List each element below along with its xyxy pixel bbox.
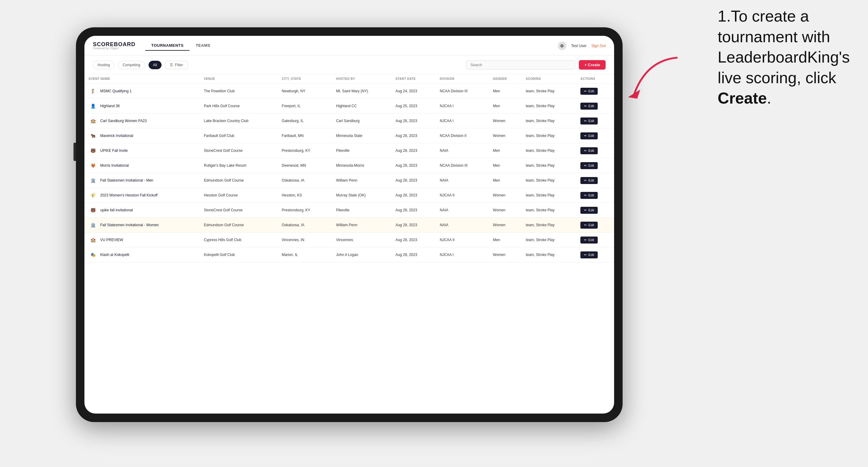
table-row: 🐻 upike fall invitational StoneCrest Gol… xyxy=(85,203,614,218)
edit-button[interactable]: ✏ Edit xyxy=(580,132,598,139)
nav-tabs: TOURNAMENTS TEAMS xyxy=(145,41,216,51)
col-start-date: START DATE xyxy=(391,74,436,84)
table-body: 🏌️ MSMC Qualifying 1 The Powelton Club N… xyxy=(85,84,614,262)
col-venue: VENUE xyxy=(199,74,277,84)
cell-venue: Edmundson Golf Course xyxy=(199,218,277,232)
cell-venue: Kokopelli Golf Club xyxy=(199,247,277,262)
cell-start-date: Aug 28, 2023 xyxy=(391,218,436,232)
cell-scoring: team, Stroke Play xyxy=(522,232,576,247)
team-icon: 🎭 xyxy=(89,250,97,259)
cell-actions: ✏ Edit xyxy=(576,128,614,143)
tab-teams[interactable]: TEAMS xyxy=(189,41,216,51)
cell-event-name: 🐻 upike fall invitational xyxy=(85,203,199,218)
event-name-text: 2023 Women's Hesston Fall Kickoff xyxy=(100,193,158,197)
cell-hosted-by: Murray State (OK) xyxy=(332,188,392,203)
cell-venue: Park Hills Golf Course xyxy=(199,99,277,114)
cell-hosted-by: Pikeville xyxy=(332,203,392,218)
cell-start-date: Aug 28, 2023 xyxy=(391,247,436,262)
cell-scoring: team, Stroke Play xyxy=(522,247,576,262)
sign-out-link[interactable]: Sign Out xyxy=(591,44,606,48)
create-button[interactable]: + Create xyxy=(579,60,606,69)
cell-scoring: team, Stroke Play xyxy=(522,128,576,143)
cell-actions: ✏ Edit xyxy=(576,143,614,158)
cell-hosted-by: John A Logan xyxy=(332,247,392,262)
app-header: SCOREBOARD Powered by Clippit TOURNAMENT… xyxy=(85,36,614,56)
cell-city-state: Galesburg, IL xyxy=(278,114,332,128)
tab-tournaments[interactable]: TOURNAMENTS xyxy=(145,41,189,51)
cell-scoring: team, Stroke Play xyxy=(522,158,576,173)
edit-button[interactable]: ✏ Edit xyxy=(580,222,598,229)
cell-venue: Faribault Golf Club xyxy=(199,128,277,143)
edit-button[interactable]: ✏ Edit xyxy=(580,147,598,154)
edit-button[interactable]: ✏ Edit xyxy=(580,192,598,199)
cell-actions: ✏ Edit xyxy=(576,158,614,173)
cell-venue: Hesston Golf Course xyxy=(199,188,277,203)
cell-start-date: Aug 28, 2023 xyxy=(391,143,436,158)
edit-icon: ✏ xyxy=(584,193,587,197)
cell-scoring: team, Stroke Play xyxy=(522,99,576,114)
edit-button[interactable]: ✏ Edit xyxy=(580,207,598,214)
col-gender: GENDER xyxy=(489,74,522,84)
edit-icon: ✏ xyxy=(584,179,587,183)
svg-marker-0 xyxy=(628,90,640,99)
cell-actions: ✏ Edit xyxy=(576,173,614,188)
team-icon: 🌾 xyxy=(89,191,97,199)
hosting-filter-btn[interactable]: Hosting xyxy=(93,61,115,69)
cell-gender: Women xyxy=(489,247,522,262)
cell-venue: StoneCrest Golf Course xyxy=(199,143,277,158)
table-row: 👤 Highland 36 Park Hills Golf Course Fre… xyxy=(85,99,614,114)
cell-hosted-by: Minnesota State xyxy=(332,128,392,143)
cell-division: NCAA Division III xyxy=(436,158,489,173)
event-name-text: VU PREVIEW xyxy=(100,238,123,242)
all-filter-btn[interactable]: All xyxy=(149,61,162,69)
cell-start-date: Aug 28, 2023 xyxy=(391,173,436,188)
cell-city-state: Hesston, KS xyxy=(278,188,332,203)
header-right: ⚙ Test User Sign Out xyxy=(558,41,606,50)
cell-actions: ✏ Edit xyxy=(576,247,614,262)
cell-actions: ✏ Edit xyxy=(576,188,614,203)
filter-icon-btn[interactable]: ☰ Filter xyxy=(165,61,188,69)
edit-button[interactable]: ✏ Edit xyxy=(580,88,598,95)
cell-hosted-by: William Penn xyxy=(332,173,392,188)
annotation-arrow xyxy=(622,55,683,103)
cell-venue: StoneCrest Golf Course xyxy=(199,203,277,218)
col-scoring: SCORING xyxy=(522,74,576,84)
cell-gender: Men xyxy=(489,232,522,247)
cell-city-state: Marion, IL xyxy=(278,247,332,262)
edit-button[interactable]: ✏ Edit xyxy=(580,251,598,258)
event-name-text: Carl Sandburg Women FA23 xyxy=(100,119,147,123)
edit-icon: ✏ xyxy=(584,208,587,212)
tournaments-table-container: EVENT NAME VENUE CITY, STATE HOSTED BY S… xyxy=(85,74,614,413)
team-icon: 🏛️ xyxy=(89,176,97,185)
edit-icon: ✏ xyxy=(584,253,587,257)
settings-icon[interactable]: ⚙ xyxy=(558,41,566,50)
table-row: 🦊 Morris Invitational Ruttger's Bay Lake… xyxy=(85,158,614,173)
col-division: DIVISION xyxy=(436,74,489,84)
cell-venue: Ruttger's Bay Lake Resort xyxy=(199,158,277,173)
cell-city-state: Oskaloosa, IA xyxy=(278,173,332,188)
edit-icon: ✏ xyxy=(584,104,587,108)
edit-icon: ✏ xyxy=(584,149,587,153)
toolbar: Hosting Competing All ☰ Filter + Create xyxy=(85,56,614,74)
search-input[interactable] xyxy=(466,60,575,69)
cell-actions: ✏ Edit xyxy=(576,114,614,128)
table-row: 🎭 Klash at Kokopelli Kokopelli Golf Club… xyxy=(85,247,614,262)
cell-city-state: Newburgh, NY xyxy=(278,84,332,99)
cell-division: NAIA xyxy=(436,173,489,188)
table-row: 🏫 VU PREVIEW Cypress Hills Golf Club Vin… xyxy=(85,232,614,247)
edit-button[interactable]: ✏ Edit xyxy=(580,237,598,244)
edit-button[interactable]: ✏ Edit xyxy=(580,162,598,169)
cell-gender: Men xyxy=(489,84,522,99)
edit-button[interactable]: ✏ Edit xyxy=(580,118,598,124)
cell-event-name: 🏫 VU PREVIEW xyxy=(85,232,199,247)
tablet-frame: SCOREBOARD Powered by Clippit TOURNAMENT… xyxy=(76,27,623,422)
competing-filter-btn[interactable]: Competing xyxy=(118,61,145,69)
cell-event-name: 🏌️ MSMC Qualifying 1 xyxy=(85,84,199,99)
cell-start-date: Aug 28, 2023 xyxy=(391,203,436,218)
search-container xyxy=(466,60,575,69)
edit-button[interactable]: ✏ Edit xyxy=(580,177,598,184)
cell-hosted-by: Minnesota-Morris xyxy=(332,158,392,173)
event-name-text: Highland 36 xyxy=(100,104,120,108)
cell-scoring: team, Stroke Play xyxy=(522,84,576,99)
edit-button[interactable]: ✏ Edit xyxy=(580,103,598,110)
